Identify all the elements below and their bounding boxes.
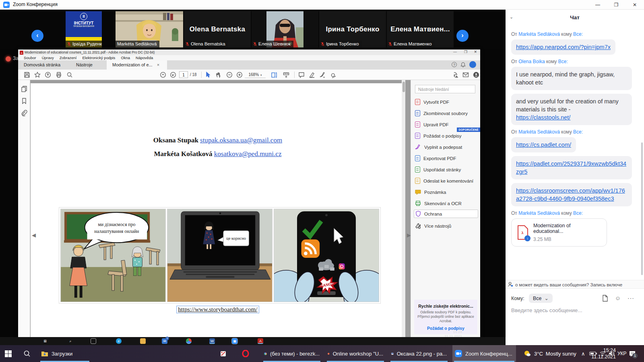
bell-icon[interactable] — [460, 62, 466, 68]
participant-tile[interactable]: Елена Шевнюк — [252, 11, 318, 47]
zoom-level-select[interactable]: 168% — [245, 71, 266, 78]
menu-podpis[interactable]: Elektronický podpis — [83, 56, 116, 60]
author2-email-link[interactable]: kosatkova@ped.muni.cz — [214, 150, 282, 158]
chat-link[interactable]: https://cs.padlet.com/ — [516, 142, 571, 148]
participant-tile[interactable]: Markéta Sedláková — [116, 11, 183, 47]
tab-home[interactable]: Domovská stránka — [18, 60, 66, 70]
tool-poznamka[interactable]: Poznámka — [415, 188, 477, 196]
more-options-icon[interactable]: ··· — [627, 295, 634, 301]
search-icon[interactable] — [66, 72, 73, 78]
tool-pozadat-podpisy[interactable]: Požádat o podpisy — [415, 132, 477, 140]
next-participants-button[interactable]: › — [456, 30, 469, 42]
menu-soubor[interactable]: Soubor — [24, 56, 36, 60]
chat-link[interactable]: https://app.nearpod.com/?pin=jpm7x — [516, 44, 611, 50]
acrobat-minimize-button[interactable]: — — [453, 50, 457, 54]
tab-tools[interactable]: Nástroje — [70, 60, 98, 70]
chat-link[interactable]: https://classroomscreen.com/app/wv1/176a… — [516, 187, 625, 202]
taskbar-search-button[interactable] — [21, 345, 33, 362]
zoom-in-icon[interactable] — [236, 72, 243, 78]
menu-upravy[interactable]: Úpravy — [42, 56, 54, 60]
star-icon[interactable] — [34, 72, 41, 78]
tool-zkombinovat[interactable]: Zkombinovat soubory — [415, 109, 477, 117]
chat-message-list[interactable]: От Markéta Sedláková кому Все: https://a… — [506, 24, 644, 280]
tool-exportovat-pdf[interactable]: Exportovat PDF — [415, 154, 477, 162]
start-button[interactable] — [2, 345, 14, 362]
language-indicator[interactable]: УКР — [617, 345, 627, 362]
minimize-button[interactable]: — — [588, 0, 607, 10]
chat-link[interactable]: https://padlet.com/2529371/9xwzwb5dkt34z… — [516, 160, 626, 175]
taskbar-chrome-window[interactable]: (без теми) - berezk... — [262, 345, 322, 362]
page-thumbnails-icon[interactable] — [21, 86, 27, 92]
menu-okna[interactable]: Okna — [121, 56, 130, 60]
participant-tile[interactable]: Ірина Торбенко Ірина Торбенко — [319, 11, 386, 47]
author1-email-link[interactable]: stupak.oksana.ua@gmail.com — [200, 136, 282, 144]
weather-widget[interactable]: 3°CMostly sunny — [523, 345, 576, 362]
prev-participants-button[interactable]: ‹ — [31, 30, 43, 42]
profile-icon[interactable] — [473, 72, 479, 78]
tool-vytvorit-pdf[interactable]: Vytvořit PDF — [415, 98, 477, 106]
taskbar-snip-icon[interactable] — [217, 345, 229, 362]
zoom-out-icon[interactable] — [226, 72, 233, 78]
download-badge-icon[interactable]: ↓ — [524, 235, 530, 241]
tool-odeslat-komentovani[interactable]: Odeslat ke komentování — [415, 177, 477, 185]
prev-page-icon[interactable] — [160, 72, 166, 78]
sign-icon[interactable] — [319, 72, 326, 78]
acrobat-restore-button[interactable]: ❐ — [464, 50, 467, 54]
prev-page-arrow[interactable]: ◀ — [32, 232, 36, 238]
clock[interactable]: 15:24 11.11.2021 — [576, 347, 616, 360]
tab-document[interactable]: Modernization of e... × — [107, 60, 167, 70]
chat-scrollbar-thumb[interactable] — [641, 142, 643, 275]
send-link-icon[interactable] — [452, 72, 458, 78]
participant-tile[interactable]: Елена Матвиен... Елена Матвиенко — [387, 11, 454, 47]
tool-usporadat-stranky[interactable]: Uspořádat stránky — [415, 165, 477, 174]
file-name: Modernization of educational... — [533, 223, 602, 234]
tab-close-icon[interactable]: × — [157, 62, 159, 67]
close-button[interactable]: ✕ — [625, 0, 644, 10]
print-icon[interactable] — [56, 72, 62, 78]
compose-row: Кому: Все ☺ ··· — [511, 294, 638, 304]
page-scrollbar[interactable] — [402, 80, 405, 337]
taskbar-opera-icon[interactable] — [239, 345, 252, 362]
bookmarks-icon[interactable] — [21, 98, 27, 104]
page-scrollbar-thumb[interactable] — [402, 82, 405, 92]
select-cursor-icon[interactable] — [204, 72, 211, 78]
shared-file-card[interactable]: λ ↓ Modernization of educational... 3.25… — [511, 218, 607, 247]
taskbar-workshop-window[interactable]: Online workshop "U... — [325, 345, 386, 362]
menu-napoveda[interactable]: Nápověda — [136, 56, 153, 60]
tool-vice-nastroju[interactable]: Více nástrojů — [415, 222, 477, 230]
tool-skenovani-ocr[interactable]: Skenování a OCR — [415, 199, 477, 208]
acrobat-close-button[interactable]: ✕ — [474, 50, 477, 54]
maximize-button[interactable]: ❐ — [607, 0, 625, 10]
email-icon[interactable] — [462, 72, 469, 78]
chat-link[interactable]: https://classtools.net/ — [516, 114, 570, 121]
attach-file-icon[interactable] — [602, 295, 608, 302]
emoji-icon[interactable]: ☺ — [615, 295, 621, 301]
taskbar-zoom-window[interactable]: Zoom Конференц... — [452, 345, 516, 362]
chat-message-input[interactable]: Введите здесь сообщение... — [511, 307, 582, 313]
tools-search-input[interactable]: Nástroje hledání — [415, 85, 475, 93]
fit-page-icon[interactable] — [271, 72, 277, 78]
protect-icon — [415, 211, 421, 217]
participant-tile[interactable]: Olena Bernatska Olena Bernatska — [184, 11, 251, 47]
help-icon[interactable]: ? — [452, 62, 457, 67]
page-number-input[interactable]: 1 — [179, 71, 188, 78]
ruler-icon[interactable] — [283, 72, 289, 78]
stamp-icon[interactable] — [330, 72, 336, 78]
next-page-icon[interactable] — [170, 72, 176, 78]
notification-center[interactable]: 1 — [629, 348, 636, 359]
tool-vyplnit-podepsat[interactable]: Vyplnit a podepsat — [415, 143, 477, 151]
tool-ochrana[interactable]: Ochrana — [414, 210, 478, 218]
share-upload-icon[interactable] — [45, 72, 51, 78]
save-icon[interactable] — [24, 72, 30, 78]
participant-tile[interactable]: Ⅲ ІНСТИТУТ ПРОБЛЕМ ВИХОВАННЯ Іраїда Руде… — [66, 11, 102, 47]
highlight-icon[interactable] — [309, 72, 315, 78]
attachments-icon[interactable] — [21, 110, 27, 116]
taskbar-downloads-window[interactable]: Загрузки — [39, 345, 91, 362]
user-avatar[interactable] — [469, 61, 476, 68]
menu-zobrazeni[interactable]: Zobrazení — [60, 56, 77, 60]
storyboard-url-link[interactable]: https://www.storyboardthat.com/ — [176, 306, 259, 313]
taskbar-image-window[interactable]: Оксана 22.png - pa... — [389, 345, 449, 362]
comment-icon[interactable] — [298, 72, 305, 78]
hand-tool-icon[interactable] — [215, 72, 222, 78]
recipient-select[interactable]: Все — [529, 294, 553, 303]
